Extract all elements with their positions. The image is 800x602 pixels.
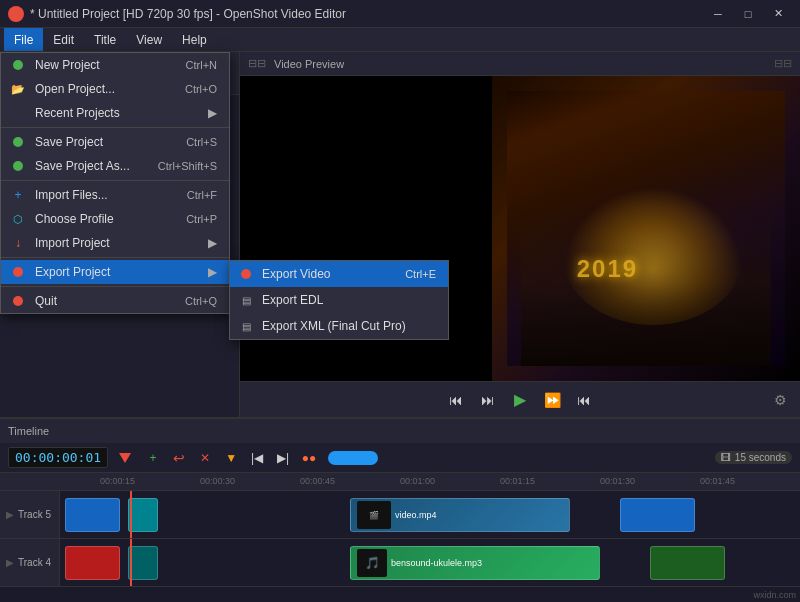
undo-button[interactable]: ↩ bbox=[168, 447, 190, 469]
menu-item-open-project[interactable]: 📂 Open Project... Ctrl+O bbox=[1, 77, 229, 101]
track-5-clip-4[interactable] bbox=[620, 498, 695, 532]
track-5-clip-1[interactable] bbox=[65, 498, 120, 532]
divider-1 bbox=[1, 127, 229, 128]
import-files-label: Import Files... bbox=[35, 188, 108, 202]
menu-item-import-files[interactable]: + Import Files... Ctrl+F bbox=[1, 183, 229, 207]
close-button[interactable]: ✕ bbox=[764, 4, 792, 24]
import-project-arrow: ▶ bbox=[208, 236, 217, 250]
menu-edit[interactable]: Edit bbox=[43, 28, 84, 51]
track-4-clip-1[interactable] bbox=[65, 546, 120, 580]
recent-projects-label: Recent Projects bbox=[35, 106, 120, 120]
track-4-audio-clip[interactable]: 🎵 bensound-ukulele.mp3 bbox=[350, 546, 600, 580]
save-project-as-label: Save Project As... bbox=[35, 159, 130, 173]
next-frame-button[interactable]: ⏩ bbox=[540, 388, 564, 412]
zoom-icon: 🎞 bbox=[721, 452, 731, 463]
menu-item-import-project[interactable]: ↓ Import Project ▶ bbox=[1, 231, 229, 255]
watermark: wxidn.com bbox=[753, 590, 796, 600]
menu-item-quit[interactable]: Quit Ctrl+Q bbox=[1, 289, 229, 313]
submenu-item-export-edl[interactable]: ▤ Export EDL bbox=[230, 287, 448, 313]
add-track-button[interactable]: + bbox=[142, 447, 164, 469]
export-project-label: Export Project bbox=[35, 265, 110, 279]
skip-back-button[interactable]: |◀ bbox=[246, 447, 268, 469]
thumb-shadow bbox=[521, 201, 770, 366]
file-menu-dropdown: New Project Ctrl+N 📂 Open Project... Ctr… bbox=[0, 52, 230, 314]
menu-title[interactable]: Title bbox=[84, 28, 126, 51]
track-5-name: Track 5 bbox=[18, 509, 51, 520]
track-5-video-label: video.mp4 bbox=[395, 510, 437, 520]
track-4-content[interactable]: 🎵 bensound-ukulele.mp3 bbox=[60, 539, 800, 586]
titlebar: * Untitled Project [HD 720p 30 fps] - Op… bbox=[0, 0, 800, 28]
video-thumbnail-inner: 2019 bbox=[507, 91, 784, 366]
choose-profile-icon: ⬡ bbox=[9, 212, 27, 226]
playhead-triangle bbox=[119, 453, 131, 463]
track-4-label: ▶ Track 4 bbox=[0, 539, 60, 586]
ruler-tick-5: 00:01:15 bbox=[500, 476, 535, 486]
ruler-tick-3: 00:00:45 bbox=[300, 476, 335, 486]
import-files-icon: + bbox=[9, 188, 27, 202]
menu-view[interactable]: View bbox=[126, 28, 172, 51]
export-project-arrow: ▶ bbox=[208, 265, 217, 279]
minimize-button[interactable]: ─ bbox=[704, 4, 732, 24]
preview-area: ⊟⊟ Video Preview ⊟⊟ 2019 ⏮ bbox=[240, 52, 800, 417]
quit-icon bbox=[9, 294, 27, 308]
filter-button[interactable]: ▼ bbox=[220, 447, 242, 469]
submenu-item-export-xml[interactable]: ▤ Export XML (Final Cut Pro) bbox=[230, 313, 448, 339]
track-5-content[interactable]: 🎬 video.mp4 bbox=[60, 491, 800, 538]
track-playhead bbox=[130, 491, 132, 538]
save-project-label: Save Project bbox=[35, 135, 103, 149]
menu-item-recent-projects[interactable]: Recent Projects ▶ bbox=[1, 101, 229, 125]
track-5: ▶ Track 5 🎬 video.mp4 bbox=[0, 491, 800, 539]
zoom-indicator: 🎞 15 seconds bbox=[715, 451, 792, 464]
recent-projects-icon bbox=[9, 106, 27, 120]
skip-end-button[interactable]: ⏮ bbox=[572, 388, 596, 412]
play-button[interactable]: ▶ bbox=[508, 388, 532, 412]
track-4-playhead bbox=[130, 539, 132, 586]
titlebar-left: * Untitled Project [HD 720p 30 fps] - Op… bbox=[8, 6, 346, 22]
menu-item-save-project-as[interactable]: Save Project As... Ctrl+Shift+S bbox=[1, 154, 229, 178]
menu-item-export-project[interactable]: Export Project ▶ Export Video Ctrl+E ▤ E… bbox=[1, 260, 229, 284]
video-clip-thumb: 🎬 bbox=[357, 501, 391, 529]
open-project-label: Open Project... bbox=[35, 82, 115, 96]
playback-controls: ⏮ ⏭ ▶ ⏩ ⏮ ⚙ bbox=[240, 381, 800, 417]
zoom-display: 🎞 15 seconds bbox=[715, 451, 792, 464]
menu-help[interactable]: Help bbox=[172, 28, 217, 51]
prev-frame-button[interactable]: ⏭ bbox=[476, 388, 500, 412]
recent-projects-arrow: ▶ bbox=[208, 106, 217, 120]
timeline-label: Timeline bbox=[8, 425, 49, 437]
timeline-ruler: 00:00:15 00:00:30 00:00:45 00:01:00 00:0… bbox=[0, 473, 800, 491]
timeline-header: Timeline bbox=[0, 419, 800, 443]
export-xml-label: Export XML (Final Cut Pro) bbox=[262, 319, 406, 333]
remove-button[interactable]: ✕ bbox=[194, 447, 216, 469]
settings-button[interactable]: ⚙ bbox=[768, 388, 792, 412]
menu-item-new-project[interactable]: New Project Ctrl+N bbox=[1, 53, 229, 77]
save-project-as-shortcut: Ctrl+Shift+S bbox=[138, 160, 217, 172]
track-4-clip-4[interactable] bbox=[650, 546, 725, 580]
track-4-clip-2[interactable] bbox=[128, 546, 158, 580]
skip-fwd-button[interactable]: ▶| bbox=[272, 447, 294, 469]
track-5-video-clip[interactable]: 🎬 video.mp4 bbox=[350, 498, 570, 532]
skip-start-button[interactable]: ⏮ bbox=[444, 388, 468, 412]
titlebar-title: * Untitled Project [HD 720p 30 fps] - Op… bbox=[30, 7, 346, 21]
ruler-tick-2: 00:00:30 bbox=[200, 476, 235, 486]
save-project-shortcut: Ctrl+S bbox=[166, 136, 217, 148]
titlebar-controls: ─ □ ✕ bbox=[704, 4, 792, 24]
new-project-icon bbox=[9, 58, 27, 72]
maximize-button[interactable]: □ bbox=[734, 4, 762, 24]
menu-item-save-project[interactable]: Save Project Ctrl+S bbox=[1, 130, 229, 154]
ruler-tick-1: 00:00:15 bbox=[100, 476, 135, 486]
open-project-icon: 📂 bbox=[9, 82, 27, 96]
submenu-item-export-video[interactable]: Export Video Ctrl+E bbox=[230, 261, 448, 287]
zoom-slider[interactable] bbox=[328, 451, 378, 465]
choose-profile-shortcut: Ctrl+P bbox=[166, 213, 217, 225]
menu-item-choose-profile[interactable]: ⬡ Choose Profile Ctrl+P bbox=[1, 207, 229, 231]
export-edl-icon: ▤ bbox=[238, 292, 254, 308]
export-video-label: Export Video bbox=[262, 267, 331, 281]
ruler-tick-6: 00:01:30 bbox=[600, 476, 635, 486]
track-5-clip-2[interactable] bbox=[128, 498, 158, 532]
divider-2 bbox=[1, 180, 229, 181]
audio-clip-icon: 🎵 bbox=[357, 549, 387, 577]
playback-area: ⏮ ⏭ ▶ ⏩ ⏮ ⚙ bbox=[240, 388, 800, 412]
export-edl-label: Export EDL bbox=[262, 293, 323, 307]
menu-file[interactable]: File bbox=[4, 28, 43, 51]
record-button[interactable]: ●● bbox=[298, 447, 320, 469]
